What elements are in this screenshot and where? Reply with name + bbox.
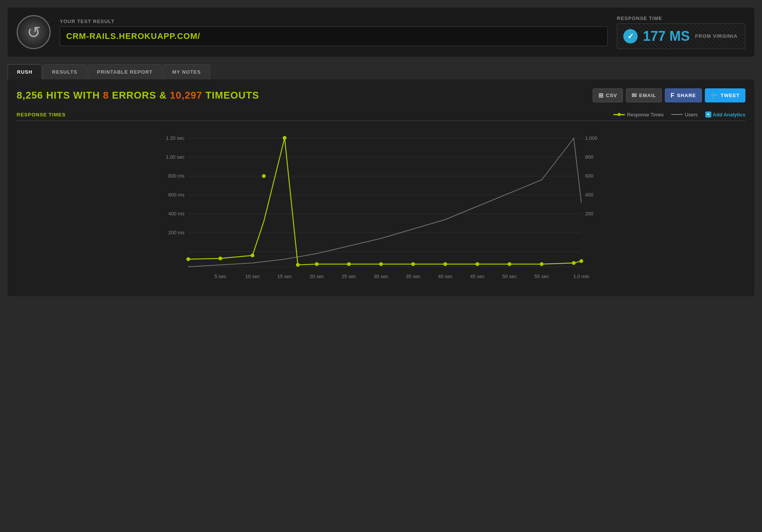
legend-users-label: Users [685, 112, 698, 118]
svg-text:600: 600 [585, 173, 593, 179]
svg-point-26 [315, 262, 319, 266]
svg-text:25 sec: 25 sec [342, 274, 356, 279]
response-ms-value: 177 MS [643, 28, 690, 44]
refresh-icon-wrapper[interactable]: ↻ [17, 15, 51, 49]
svg-text:800: 800 [585, 154, 593, 160]
svg-text:50 sec: 50 sec [502, 274, 517, 279]
svg-text:800 ms: 800 ms [168, 173, 184, 179]
tab-rush[interactable]: RUSH [8, 64, 42, 79]
svg-text:55 sec: 55 sec [534, 274, 549, 279]
svg-text:15 sec: 15 sec [277, 274, 292, 279]
main-content: 8,256 HITS WITH 8 ERRORS & 10,297 TIMEOU… [8, 79, 754, 296]
legend-users: Users [671, 112, 698, 118]
chart-svg-wrapper: 1.20 sec 1.00 sec 800 ms 600 ms 400 ms 2… [17, 127, 745, 287]
facebook-icon: f [671, 92, 675, 99]
svg-text:200: 200 [585, 211, 593, 217]
csv-label: CSV [606, 93, 617, 98]
legend-response-times-label: Response Times [627, 112, 664, 118]
email-button[interactable]: ✉ EMAIL [626, 88, 662, 102]
chart-legend: Response Times Users + Add Analytics [613, 111, 745, 118]
svg-point-34 [572, 261, 576, 265]
hits-label: HITS WITH [46, 90, 100, 101]
svg-text:600 ms: 600 ms [168, 192, 184, 198]
header-section: ↻ YOUR TEST RESULT RESPONSE TIME ✓ 177 M… [8, 8, 754, 57]
stats-row: 8,256 HITS WITH 8 ERRORS & 10,297 TIMEOU… [17, 88, 745, 102]
svg-text:200 ms: 200 ms [168, 230, 184, 235]
svg-text:1,000: 1,000 [585, 135, 598, 141]
csv-button[interactable]: ⊞ CSV [593, 88, 623, 102]
checkmark-icon: ✓ [623, 29, 638, 43]
svg-point-24 [283, 136, 287, 140]
errors-value: 8 [103, 90, 108, 101]
svg-point-28 [379, 262, 383, 266]
tab-printable-report[interactable]: PRINTABLE REPORT [88, 64, 162, 79]
svg-point-30 [443, 262, 447, 266]
svg-point-20 [186, 257, 190, 261]
svg-point-23 [262, 174, 266, 178]
from-location: FROM VIRGINIA [695, 33, 738, 39]
timeouts-value: 10,297 [170, 90, 203, 101]
share-label: SHARE [677, 93, 696, 98]
svg-text:20 sec: 20 sec [310, 274, 324, 279]
add-analytics-label: Add Analytics [713, 112, 745, 118]
svg-point-32 [508, 262, 511, 266]
email-icon: ✉ [632, 92, 637, 99]
header-middle: YOUR TEST RESULT [60, 19, 608, 46]
hits-value: 8,256 [17, 90, 43, 101]
legend-response-times: Response Times [613, 112, 664, 118]
test-result-label: YOUR TEST RESULT [60, 19, 608, 24]
svg-point-22 [251, 254, 254, 257]
svg-text:45 sec: 45 sec [470, 274, 485, 279]
add-analytics-button[interactable]: + Add Analytics [705, 111, 745, 118]
tab-results[interactable]: RESULTS [43, 64, 87, 79]
legend-gray-line [671, 114, 683, 115]
svg-text:400 ms: 400 ms [168, 211, 184, 217]
chart-header: RESPONSE TIMES Response Times Users + Ad… [17, 111, 745, 118]
svg-point-27 [347, 262, 351, 266]
svg-text:10 sec: 10 sec [245, 274, 260, 279]
share-button[interactable]: f SHARE [665, 88, 702, 102]
twitter-icon: 🐦 [711, 92, 719, 99]
tab-my-notes[interactable]: MY NOTES [163, 64, 211, 79]
refresh-icon: ↻ [27, 23, 41, 42]
header-right: RESPONSE TIME ✓ 177 MS FROM VIRGINIA [617, 15, 745, 49]
url-input[interactable] [60, 26, 608, 46]
legend-green-line [613, 114, 625, 115]
svg-text:40 sec: 40 sec [438, 274, 453, 279]
svg-point-29 [411, 262, 415, 266]
errors-label: ERRORS & [112, 90, 167, 101]
svg-point-25 [296, 263, 300, 267]
csv-icon: ⊞ [598, 92, 604, 99]
svg-text:5 sec: 5 sec [214, 274, 226, 279]
svg-text:35 sec: 35 sec [406, 274, 421, 279]
chart-container: 1.20 sec 1.00 sec 800 ms 600 ms 400 ms 2… [17, 127, 745, 287]
action-buttons: ⊞ CSV ✉ EMAIL f SHARE 🐦 TWEET [593, 88, 745, 102]
tweet-button[interactable]: 🐦 TWEET [705, 88, 746, 102]
chart-divider [17, 121, 745, 121]
svg-point-21 [218, 257, 222, 260]
plus-icon: + [705, 111, 711, 118]
svg-point-33 [540, 262, 544, 266]
tabs-row: RUSH RESULTS PRINTABLE REPORT MY NOTES [8, 64, 754, 79]
response-time-box: ✓ 177 MS FROM VIRGINIA [617, 23, 745, 49]
svg-text:1.0 min: 1.0 min [573, 274, 590, 279]
response-time-label: RESPONSE TIME [617, 15, 745, 21]
svg-point-31 [475, 262, 479, 266]
response-times-label: RESPONSE TIMES [17, 112, 66, 118]
svg-text:1.00 sec: 1.00 sec [166, 154, 185, 160]
chart-svg: 1.20 sec 1.00 sec 800 ms 600 ms 400 ms 2… [17, 127, 745, 286]
svg-text:1.20 sec: 1.20 sec [166, 135, 185, 141]
svg-text:30 sec: 30 sec [374, 274, 389, 279]
timeouts-label: TIMEOUTS [205, 90, 259, 101]
stats-text: 8,256 HITS WITH 8 ERRORS & 10,297 TIMEOU… [17, 90, 259, 101]
tweet-label: TWEET [721, 93, 740, 98]
svg-text:400: 400 [585, 192, 593, 198]
email-label: EMAIL [639, 93, 656, 98]
svg-point-35 [579, 259, 583, 263]
svg-rect-0 [154, 127, 608, 286]
